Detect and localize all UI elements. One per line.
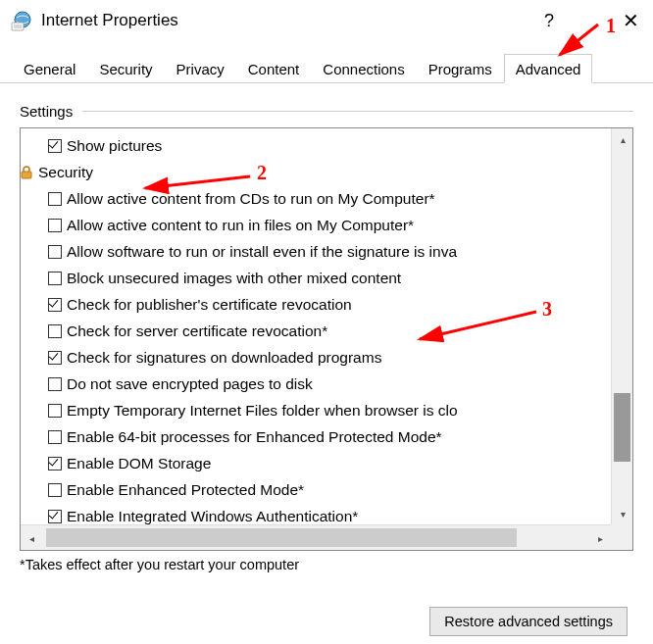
tab-security[interactable]: Security bbox=[87, 54, 164, 83]
checkbox[interactable] bbox=[48, 298, 62, 312]
list-item[interactable]: Check for publisher's certificate revoca… bbox=[28, 291, 632, 318]
tab-advanced[interactable]: Advanced bbox=[504, 54, 593, 83]
list-item[interactable]: Enable Integrated Windows Authentication… bbox=[28, 503, 632, 526]
scroll-up-icon[interactable]: ▴ bbox=[612, 128, 633, 150]
checkbox-label: Enable Enhanced Protected Mode* bbox=[67, 481, 304, 499]
list-item[interactable]: Allow active content from CDs to run on … bbox=[28, 185, 632, 212]
divider bbox=[82, 111, 633, 112]
checkbox[interactable] bbox=[48, 192, 62, 206]
settings-section: Settings Show picturesSecurityAllow acti… bbox=[20, 103, 633, 551]
checkbox[interactable] bbox=[48, 377, 62, 391]
scroll-thumb-horizontal[interactable] bbox=[46, 528, 517, 547]
tab-content[interactable]: Content bbox=[236, 54, 312, 83]
help-icon[interactable]: ? bbox=[544, 11, 554, 31]
checkbox-label: Allow software to run or install even if… bbox=[67, 243, 457, 261]
checkbox-label: Allow active content from CDs to run on … bbox=[67, 190, 435, 208]
scroll-left-icon[interactable]: ◂ bbox=[21, 525, 42, 551]
settings-listbox: Show picturesSecurityAllow active conten… bbox=[20, 127, 633, 551]
checkbox[interactable] bbox=[48, 324, 62, 338]
checkbox-label: Allow active content to run in files on … bbox=[67, 217, 414, 234]
tab-connections[interactable]: Connections bbox=[311, 54, 416, 83]
list-item[interactable]: Allow software to run or install even if… bbox=[28, 238, 632, 265]
globe-icon bbox=[10, 9, 33, 32]
list-item[interactable]: Enable Enhanced Protected Mode* bbox=[28, 476, 632, 503]
list-item[interactable]: Do not save encrypted pages to disk bbox=[28, 371, 632, 397]
list-item[interactable]: Security bbox=[21, 159, 632, 185]
tab-programs[interactable]: Programs bbox=[417, 54, 504, 83]
list-item[interactable]: Enable DOM Storage bbox=[28, 450, 632, 476]
checkbox-label: Show pictures bbox=[67, 137, 162, 155]
list-item[interactable]: Block unsecured images with other mixed … bbox=[28, 265, 632, 291]
checkbox[interactable] bbox=[48, 510, 62, 523]
scroll-corner bbox=[611, 524, 632, 550]
checkbox[interactable] bbox=[48, 483, 62, 497]
list-item[interactable]: Empty Temporary Internet Files folder wh… bbox=[28, 397, 632, 423]
tabs: General Security Privacy Content Connect… bbox=[0, 53, 653, 83]
checkbox-label: Enable Integrated Windows Authentication… bbox=[67, 508, 358, 525]
window-title: Internet Properties bbox=[41, 11, 544, 30]
scroll-down-icon[interactable]: ▾ bbox=[612, 503, 633, 524]
scroll-right-icon[interactable]: ▸ bbox=[589, 525, 611, 551]
list-item[interactable]: Show pictures bbox=[28, 132, 632, 159]
vertical-scrollbar[interactable]: ▴ ▾ bbox=[611, 128, 632, 524]
horizontal-scrollbar[interactable]: ◂ ▸ bbox=[21, 524, 611, 550]
checkbox[interactable] bbox=[48, 272, 62, 285]
settings-heading: Settings bbox=[20, 103, 73, 120]
tab-general[interactable]: General bbox=[12, 54, 87, 83]
checkbox-label: Empty Temporary Internet Files folder wh… bbox=[67, 402, 458, 420]
checkbox[interactable] bbox=[48, 245, 62, 259]
tab-privacy[interactable]: Privacy bbox=[165, 54, 236, 83]
category-label: Security bbox=[38, 164, 93, 181]
checkbox[interactable] bbox=[48, 219, 62, 232]
checkbox-label: Check for server certificate revocation* bbox=[67, 322, 327, 340]
checkbox-label: Check for signatures on downloaded progr… bbox=[67, 349, 381, 367]
restore-advanced-button[interactable]: Restore advanced settings bbox=[429, 607, 628, 636]
checkbox[interactable] bbox=[48, 139, 62, 153]
titlebar: Internet Properties ? ✕ bbox=[0, 0, 653, 41]
checkbox[interactable] bbox=[48, 457, 62, 471]
settings-list[interactable]: Show picturesSecurityAllow active conten… bbox=[21, 128, 632, 526]
list-item[interactable]: Enable 64-bit processes for Enhanced Pro… bbox=[28, 423, 632, 450]
lock-icon bbox=[21, 165, 34, 180]
list-item[interactable]: Check for server certificate revocation* bbox=[28, 318, 632, 344]
checkbox-label: Block unsecured images with other mixed … bbox=[67, 270, 401, 287]
checkbox-label: Enable 64-bit processes for Enhanced Pro… bbox=[67, 428, 442, 446]
checkbox[interactable] bbox=[48, 404, 62, 418]
close-icon[interactable]: ✕ bbox=[623, 9, 639, 32]
svg-rect-4 bbox=[22, 172, 31, 178]
checkbox-label: Do not save encrypted pages to disk bbox=[67, 375, 313, 393]
scroll-thumb-vertical[interactable] bbox=[614, 393, 630, 462]
checkbox-label: Enable DOM Storage bbox=[67, 455, 211, 472]
svg-rect-1 bbox=[12, 23, 24, 30]
list-item[interactable]: Check for signatures on downloaded progr… bbox=[28, 344, 632, 371]
list-item[interactable]: Allow active content to run in files on … bbox=[28, 212, 632, 238]
checkbox-label: Check for publisher's certificate revoca… bbox=[67, 296, 352, 314]
restart-note: *Takes effect after you restart your com… bbox=[20, 557, 633, 572]
checkbox[interactable] bbox=[48, 430, 62, 444]
checkbox[interactable] bbox=[48, 351, 62, 365]
